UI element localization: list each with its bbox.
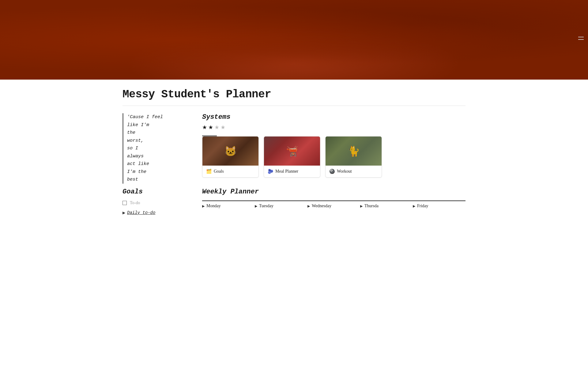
stars-row[interactable]: ★ ★ ★ ★ [202,124,466,131]
day-monday: ▶ Monday [202,200,255,208]
day-header-tuesday[interactable]: ▶ Tuesday [255,204,307,208]
meal-card-text: Meal Planner [275,169,298,174]
cards-grid: 🗂️ Goals 🫐 Meal Planner 🎱 [202,136,466,178]
day-header-monday[interactable]: ▶ Monday [202,204,255,208]
bottom-row: Goals To-do ▶ Daily to-do Weekly Planner… [123,188,466,215]
day-triangle-wednesday: ▶ [307,204,310,208]
day-tuesday: ▶ Tuesday [255,200,307,208]
day-name-tuesday: Tuesday [259,204,273,208]
triangle-icon: ▶ [123,211,125,215]
scrollbar-line-2 [578,39,584,40]
day-name-friday: Friday [417,204,428,208]
card-image-workout [326,137,382,166]
card-label-meal: 🫐 Meal Planner [264,166,320,177]
workout-emoji: 🎱 [329,169,335,174]
day-triangle-monday: ▶ [202,204,205,208]
workout-card-text: Workout [337,169,352,174]
goals-emoji: 🗂️ [206,169,212,174]
day-wednesday: ▶ Wednesday [307,200,360,208]
day-header-wednesday[interactable]: ▶ Wednesday [307,204,360,208]
quote-block: 'Cause I feel like I'm the worst, so I a… [123,113,184,184]
day-friday: ▶ Friday [413,200,466,208]
star-1: ★ [202,124,207,131]
card-meal-planner[interactable]: 🫐 Meal Planner [264,136,320,178]
day-name-wednesday: Wednesday [312,204,331,208]
quote-text: 'Cause I feel like I'm the worst, so I a… [127,114,163,182]
todo-text: To-do [130,200,140,205]
star-4: ★ [221,124,225,131]
card-goals[interactable]: 🗂️ Goals [202,136,259,178]
todo-item[interactable]: To-do [123,200,184,205]
scrollbar-line-1 [578,37,584,37]
page-title: Messy Student's Planner [123,80,466,106]
weekly-planner: Weekly Planner ▶ Monday ▶ Tuesday [202,188,466,208]
weekly-days: ▶ Monday ▶ Tuesday ▶ Wednesday [202,200,466,208]
goals-heading: Goals [123,188,184,196]
systems-title: Systems [202,113,466,121]
left-column: 'Cause I feel like I'm the worst, so I a… [123,113,184,184]
card-image-meal [264,137,320,166]
daily-todo[interactable]: ▶ Daily to-do [123,210,184,215]
day-header-thursday[interactable]: ▶ Thursda [360,204,413,208]
weekly-heading: Weekly Planner [202,188,466,196]
star-2: ★ [208,124,213,131]
day-triangle-thursday: ▶ [360,204,363,208]
day-triangle-friday: ▶ [413,204,415,208]
day-name-thursday: Thursda [364,204,379,208]
day-triangle-tuesday: ▶ [255,204,257,208]
card-image-goals [202,137,258,166]
scrollbar-indicator [578,37,584,40]
bottom-left: Goals To-do ▶ Daily to-do [123,188,184,215]
main-content: Messy Student's Planner 'Cause I feel li… [95,80,493,215]
card-label-workout: 🎱 Workout [326,166,382,177]
day-name-monday: Monday [206,204,221,208]
card-workout[interactable]: 🎱 Workout [325,136,382,178]
meal-emoji: 🫐 [268,169,273,174]
right-column: Systems ★ ★ ★ ★ 🗂️ Goals [202,113,466,185]
star-3: ★ [214,124,219,131]
title-divider [123,106,466,106]
daily-todo-link[interactable]: Daily to-do [127,210,155,215]
card-label-goals: 🗂️ Goals [202,166,258,177]
goals-card-text: Goals [214,169,224,174]
content-row: 'Cause I feel like I'm the worst, so I a… [123,113,466,185]
todo-checkbox[interactable] [123,201,127,205]
day-header-friday[interactable]: ▶ Friday [413,204,466,208]
header-banner [0,0,588,80]
day-thursday: ▶ Thursda [360,200,413,208]
